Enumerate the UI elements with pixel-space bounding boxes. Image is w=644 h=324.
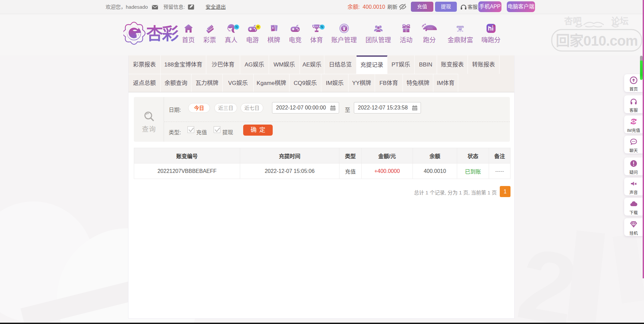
svg-text:杏彩: 杏彩	[146, 25, 179, 43]
svg-text:回家010.com: 回家010.com	[556, 33, 638, 49]
